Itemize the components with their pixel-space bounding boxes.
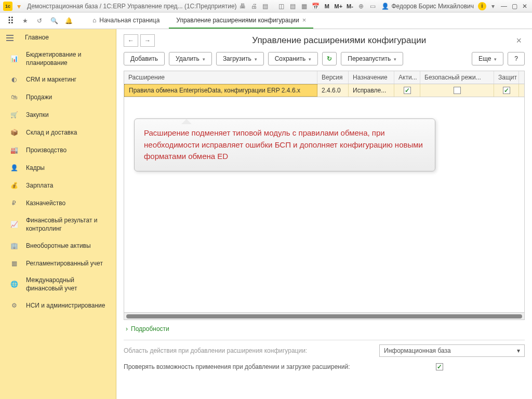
cell-version: 2.4.6.0 — [317, 84, 349, 97]
more-button[interactable]: Еще — [472, 52, 503, 65]
save-button[interactable]: Сохранить — [268, 52, 318, 65]
nav-finresult[interactable]: 📈Финансовый результат и контроллинг — [0, 212, 116, 237]
nav-warehouse[interactable]: 📦Склад и доставка — [0, 124, 116, 142]
col-protect[interactable]: Защит — [494, 71, 519, 84]
doc-icon[interactable]: ▤ — [287, 2, 298, 11]
m-plus-button[interactable]: M+ — [333, 2, 343, 11]
toolbar: ⠿ ★ ↺ 🔍 🔔 ⌂ Начальная страница Управлени… — [0, 12, 532, 29]
nav-regaccounting[interactable]: ▦Регламентированный учет — [0, 255, 116, 272]
nav-forward-button[interactable]: → — [140, 34, 155, 47]
nav-label: Склад и доставка — [26, 129, 77, 137]
details-label: Подробности — [131, 325, 169, 332]
nav-assets[interactable]: 🏢Внеоборотные активы — [0, 237, 116, 255]
nav-production[interactable]: 🏭Производство — [0, 142, 116, 159]
refresh-button[interactable]: ↻ — [322, 52, 337, 65]
nav-treasury[interactable]: ₽Казначейство — [0, 195, 116, 212]
calendar-icon[interactable]: 📅 — [310, 2, 321, 11]
tab-home[interactable]: ⌂ Начальная страница — [85, 12, 167, 29]
box-icon: 📦 — [9, 128, 19, 138]
nav-intlaccounting[interactable]: 🌐Международный финансовый учет — [0, 272, 116, 297]
tab-close-icon[interactable]: × — [302, 16, 307, 24]
col-safemode[interactable]: Безопасный режи... — [420, 71, 494, 84]
panel-icon[interactable]: ▭ — [367, 2, 378, 11]
page-close-button[interactable]: × — [513, 35, 525, 46]
info-icon[interactable]: i — [478, 2, 486, 10]
maximize-button[interactable]: ▢ — [509, 3, 520, 10]
m-minus-button[interactable]: M- — [344, 2, 355, 11]
minimize-button[interactable]: — — [499, 3, 509, 10]
nav-main[interactable]: Главное — [0, 29, 116, 47]
scope-value: Информационная база — [384, 347, 451, 354]
app-logo-icon: 1c — [3, 2, 12, 11]
close-button[interactable]: ✕ — [520, 3, 530, 10]
nav-label: Казначейство — [26, 200, 65, 208]
calculator-icon[interactable]: ▦ — [299, 2, 309, 11]
content-area: ← → Управление расширениями конфигурации… — [116, 29, 532, 399]
details-toggle[interactable]: › Подробности — [116, 320, 532, 338]
home-icon: ⌂ — [92, 17, 96, 24]
nav-hr[interactable]: 👤Кадры — [0, 159, 116, 177]
nav-purchases[interactable]: 🛒Закупки — [0, 107, 116, 124]
tab-extensions-label: Управление расширениями конфигурации — [176, 17, 299, 24]
load-button[interactable]: Загрузить — [216, 52, 264, 65]
cell-extension[interactable]: Правила обмена EnterpriseData, конфигура… — [124, 84, 317, 97]
check-applicability-checkbox[interactable] — [436, 363, 443, 370]
crm-icon: ◐ — [9, 75, 19, 85]
nav-label: Внеоборотные активы — [26, 242, 91, 250]
restart-button[interactable]: Перезапустить — [341, 52, 403, 65]
add-button[interactable]: Добавить — [124, 52, 165, 65]
print-icon[interactable]: 🖶 — [237, 2, 248, 11]
cell-active[interactable] — [394, 84, 420, 97]
col-active[interactable]: Акти... — [394, 71, 420, 84]
help-button[interactable]: ? — [508, 52, 525, 65]
page-title: Управление расширениями конфигурации — [165, 35, 513, 46]
horizontal-scrollbar[interactable] — [124, 312, 524, 320]
extensions-table: Расширение Версия Назначение Акти... Без… — [124, 71, 525, 320]
cell-safemode[interactable] — [420, 84, 494, 97]
cart-icon: 🛒 — [9, 111, 19, 120]
print-preview-icon[interactable]: 🖨 — [249, 2, 259, 11]
cell-protect[interactable] — [494, 84, 519, 97]
tab-extensions[interactable]: Управление расширениями конфигурации × — [169, 12, 313, 29]
nav-label: Международный финансовый учет — [26, 276, 111, 292]
delete-button[interactable]: Удалить — [169, 52, 212, 65]
nav-label: НСИ и администрирование — [26, 302, 105, 310]
scope-select[interactable]: Информационная база ▾ — [379, 344, 525, 357]
app-menu-dropdown-icon[interactable]: ▾ — [15, 2, 23, 10]
nav-back-button[interactable]: ← — [124, 34, 138, 47]
history-icon[interactable]: ↺ — [33, 15, 46, 27]
window-title: Демонстрационная база / 1C:ERP Управлени… — [27, 3, 237, 10]
nav-salary[interactable]: 💰Зарплата — [0, 177, 116, 195]
nav-label: Кадры — [26, 164, 45, 172]
check-applicability-label: Проверять возможность применения при доб… — [124, 363, 350, 370]
checkbox-off-icon[interactable] — [454, 87, 461, 94]
col-purpose[interactable]: Назначение — [349, 71, 394, 84]
nav-sales[interactable]: 🛍Продажи — [0, 89, 116, 107]
nav-crm[interactable]: ◐CRM и маркетинг — [0, 71, 116, 89]
nav-label: Бюджетирование и планирование — [26, 51, 111, 67]
search-icon[interactable]: 🔍 — [48, 15, 60, 27]
nav-label: Зарплата — [26, 182, 54, 190]
info-dropdown-icon[interactable]: ▾ — [488, 2, 498, 11]
notifications-icon[interactable]: 🔔 — [62, 15, 75, 27]
checkbox-on-icon[interactable] — [404, 87, 411, 94]
chevron-down-icon: ▾ — [517, 347, 520, 354]
m-button[interactable]: M — [322, 2, 332, 11]
nav-label: Производство — [26, 147, 66, 155]
nav-admin[interactable]: ⚙НСИ и администрирование — [0, 297, 116, 315]
zoom-in-icon[interactable]: ⊕ — [356, 2, 366, 11]
current-user[interactable]: 👤 Федоров Борис Михайлович — [381, 3, 474, 10]
user-icon: 👤 — [381, 3, 389, 10]
compare-icon[interactable]: ◫ — [276, 2, 286, 11]
nav-label: CRM и маркетинг — [26, 76, 76, 84]
save-icon[interactable]: ▤ — [260, 2, 271, 11]
nav-label: Продажи — [26, 94, 52, 102]
apps-grid-icon[interactable]: ⠿ — [4, 15, 17, 27]
checkbox-on-icon[interactable] — [503, 87, 510, 94]
favorite-icon[interactable]: ★ — [19, 15, 31, 27]
col-version[interactable]: Версия — [317, 71, 349, 84]
titlebar: 1c ▾ Демонстрационная база / 1C:ERP Упра… — [0, 0, 532, 12]
col-extension[interactable]: Расширение — [124, 71, 317, 84]
nav-budgeting[interactable]: 📊Бюджетирование и планирование — [0, 47, 116, 71]
table-row[interactable]: Правила обмена EnterpriseData, конфигура… — [124, 84, 524, 97]
